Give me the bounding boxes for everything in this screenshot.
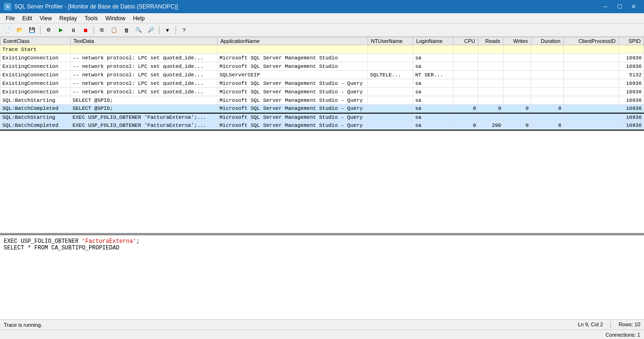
cell-eventclass: ExistingConnection <box>0 79 71 88</box>
clear-button[interactable]: 🗑 <box>121 25 132 35</box>
cell-writes <box>503 79 531 88</box>
col-header-duration[interactable]: Duration <box>531 37 563 45</box>
cell-cpu <box>453 113 478 122</box>
copy-button[interactable]: ⧉ <box>96 25 108 35</box>
cell-ntuser: SQLTELE... <box>368 71 413 79</box>
col-header-cpu[interactable]: CPU <box>453 37 478 45</box>
cell-eventclass: Trace Start <box>0 45 71 54</box>
status-bar: Trace is running. Ln 9, Col 2 Rows: 10 <box>0 319 644 330</box>
cell-eventclass: ExistingConnection <box>0 54 71 62</box>
col-header-appname[interactable]: ApplicationName <box>217 37 368 45</box>
cell-spid: 5132 <box>619 71 644 79</box>
cell-textdata: -- network protocol: LPC set quoted_ide.… <box>70 54 217 62</box>
table-row[interactable]: ExistingConnection-- network protocol: L… <box>0 71 644 79</box>
cell-textdata: SELECT @SPID; <box>70 96 217 105</box>
cell-writes <box>503 45 531 54</box>
cell-login: sa <box>413 105 453 113</box>
table-row[interactable]: ExistingConnection-- network protocol: L… <box>0 88 644 96</box>
cell-ntuser <box>368 113 413 122</box>
cell-ntuser <box>368 62 413 71</box>
col-header-writes[interactable]: Writes <box>503 37 531 45</box>
cell-duration <box>531 79 563 88</box>
cell-reads <box>478 71 503 79</box>
col-header-clientpid[interactable]: ClientProcessID <box>563 37 619 45</box>
new-trace-button[interactable]: 📄 <box>2 25 13 35</box>
table-row[interactable]: Trace Start <box>0 45 644 54</box>
maximize-button[interactable]: ☐ <box>613 2 626 11</box>
cell-login: sa <box>413 96 453 105</box>
cell-appname: Microsoft SQL Server Management Studio -… <box>217 79 368 88</box>
toolbar-sep-1 <box>40 26 41 34</box>
table-row[interactable]: ExistingConnection-- network protocol: L… <box>0 62 644 71</box>
cell-duration <box>531 54 563 62</box>
cell-reads <box>478 62 503 71</box>
props-button[interactable]: ⚙ <box>43 25 54 35</box>
cell-cpu <box>453 88 478 96</box>
toolbar-sep-4 <box>176 26 176 34</box>
table-header: EventClass TextData ApplicationName NTUs… <box>0 37 644 45</box>
trace-grid[interactable]: EventClass TextData ApplicationName NTUs… <box>0 37 644 234</box>
menu-help[interactable]: Help <box>129 14 149 23</box>
table-row[interactable]: SQL:BatchStartingSELECT @SPID;Microsoft … <box>0 96 644 105</box>
save-button[interactable]: 💾 <box>26 25 38 35</box>
menu-edit[interactable]: Edit <box>18 14 36 23</box>
search-button[interactable]: 🔍 <box>133 25 144 35</box>
filter-button[interactable]: ▼ <box>162 25 173 35</box>
cell-duration <box>531 62 563 71</box>
table-row[interactable]: SQL:BatchStartingEXEC USP_FOLIO_OBTENER … <box>0 113 644 122</box>
col-header-reads[interactable]: Reads <box>478 37 503 45</box>
table-row[interactable]: SQL:BatchCompletedEXEC USP_FOLIO_OBTENER… <box>0 122 644 130</box>
status-message: Trace is running. <box>4 322 42 328</box>
cell-appname: Microsoft SQL Server Management Studio <box>217 54 368 62</box>
col-header-spid[interactable]: SPID <box>619 37 644 45</box>
close-button[interactable]: ✕ <box>627 2 640 11</box>
cell-ntuser <box>368 96 413 105</box>
table-row[interactable]: ExistingConnection-- network protocol: L… <box>0 79 644 88</box>
cell-writes: 0 <box>503 122 531 130</box>
help-button[interactable]: ? <box>178 25 190 35</box>
cell-appname: Microsoft SQL Server Management Studio -… <box>217 88 368 96</box>
col-header-eventclass[interactable]: EventClass <box>0 37 71 45</box>
cell-cpu <box>453 62 478 71</box>
cell-writes <box>503 62 531 71</box>
table-row[interactable]: ExistingConnection-- network protocol: L… <box>0 54 644 62</box>
start-button[interactable]: ▶ <box>55 25 67 35</box>
minimize-button[interactable]: ─ <box>599 2 612 11</box>
menu-view[interactable]: View <box>36 14 56 23</box>
cell-eventclass: SQL:BatchCompleted <box>0 122 71 130</box>
cell-textdata: -- network protocol: LPC set quoted_ide.… <box>70 79 217 88</box>
cell-appname: Microsoft SQL Server Management Studio -… <box>217 96 368 105</box>
cell-textdata: SELECT @SPID; <box>70 105 217 113</box>
menu-file[interactable]: File <box>2 14 18 23</box>
toolbar: 📄 📂 💾 ⚙ ▶ ⏸ ⏹ ⧉ 📋 🗑 🔍 🔎 ▼ ? <box>0 24 644 37</box>
cell-eventclass: ExistingConnection <box>0 88 71 96</box>
window-title: SQL Server Profiler - [Monitor de Base d… <box>14 3 178 10</box>
col-header-login[interactable]: LoginName <box>413 37 453 45</box>
sql-preview-panel[interactable]: EXEC USP_FOLIO_OBTENER 'FacturaExterna';… <box>0 234 644 319</box>
stop-button[interactable]: ⏹ <box>80 25 91 35</box>
cell-login: sa <box>413 62 453 71</box>
cell-writes: 0 <box>503 105 531 113</box>
find-button[interactable]: 🔎 <box>145 25 157 35</box>
table-row[interactable]: SQL:BatchCompletedSELECT @SPID;Microsoft… <box>0 105 644 113</box>
cell-login: sa <box>413 54 453 62</box>
menu-window[interactable]: Window <box>101 14 129 23</box>
cell-clientpid <box>563 54 619 62</box>
cell-spid: 16936 <box>619 88 644 96</box>
cell-writes <box>503 71 531 79</box>
cell-reads <box>478 96 503 105</box>
menu-replay[interactable]: Replay <box>56 14 81 23</box>
menu-tools[interactable]: Tools <box>81 14 101 23</box>
paste-button[interactable]: 📋 <box>109 25 120 35</box>
col-header-textdata[interactable]: TextData <box>70 37 217 45</box>
cell-reads: 290 <box>478 122 503 130</box>
col-header-ntuser[interactable]: NTUserName <box>368 37 413 45</box>
cell-clientpid <box>563 113 619 122</box>
cell-reads <box>478 79 503 88</box>
cell-duration: 0 <box>531 105 563 113</box>
connections-count: Connections: 1 <box>606 332 640 338</box>
status-divider-1 <box>611 322 611 328</box>
sql-semicolon: ; <box>136 238 140 245</box>
pause-button[interactable]: ⏸ <box>67 25 79 35</box>
open-button[interactable]: 📂 <box>14 25 25 35</box>
